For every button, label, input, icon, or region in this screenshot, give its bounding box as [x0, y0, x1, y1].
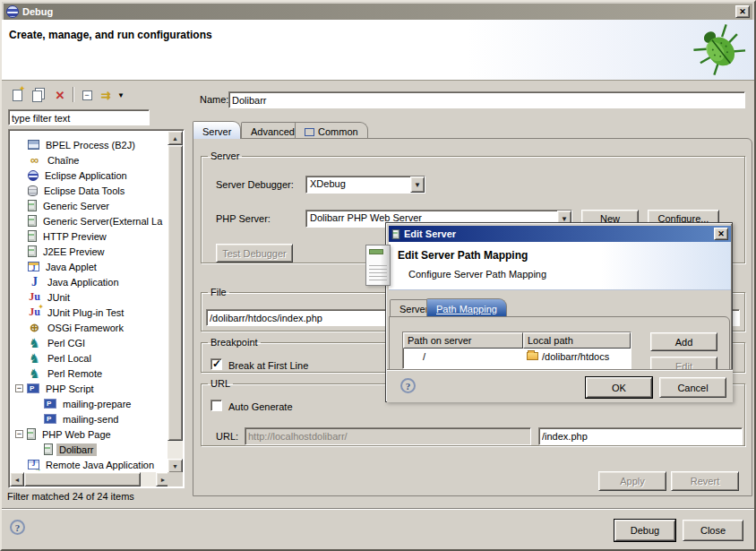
tree-item-dolibarr[interactable]: Dolibarr [10, 442, 170, 457]
tree-item-remote-java-application[interactable]: Remote Java Application [10, 457, 170, 472]
vscroll-thumb[interactable] [168, 145, 183, 441]
server-icon [392, 228, 400, 238]
add-mapping-button[interactable]: Add [650, 332, 717, 351]
collapse-all-icon[interactable]: − [78, 87, 96, 103]
debug-button[interactable]: Debug [614, 520, 675, 541]
tree-item-cha-ne[interactable]: Chaîne [10, 152, 170, 168]
eclipse-application-icon [28, 170, 39, 181]
tree-item-label: Eclipse Application [42, 169, 130, 182]
tree-item-php-script[interactable]: −PHP Script [10, 381, 170, 396]
tree-item-php-web-page[interactable]: −PHP Web Page [10, 426, 170, 442]
tree-item-label: PHP Web Page [39, 428, 114, 441]
tree-item-eclipse-data-tools[interactable]: Eclipse Data Tools [10, 183, 170, 198]
tree-expander-icon[interactable]: − [15, 384, 23, 392]
server-icon [28, 200, 37, 211]
delete-config-icon[interactable]: ✕ [51, 87, 69, 103]
tree-item-http-preview[interactable]: HTTP Preview [10, 228, 170, 244]
window-title-bar[interactable]: Debug ✕ [4, 4, 752, 20]
tree-item-perl-cgi[interactable]: Perl CGI [10, 335, 170, 350]
tree-item-j2ee-preview[interactable]: J2EE Preview [10, 244, 170, 259]
table-row[interactable]: / /dolibarr/htdocs [403, 349, 631, 364]
filter-input-text[interactable] [12, 113, 146, 124]
tree-item-perl-remote[interactable]: Perl Remote [10, 366, 170, 381]
help-icon[interactable]: ? [10, 520, 25, 535]
close-button[interactable]: Close [683, 520, 743, 541]
tree-vscrollbar[interactable]: ▲ ▼ [168, 131, 183, 473]
server-icon [28, 230, 37, 242]
window-close-button[interactable]: ✕ [735, 5, 750, 18]
hscroll-thumb[interactable] [24, 472, 141, 486]
tree-item-label: Dolibarr [56, 443, 97, 456]
name-label: Name: [200, 94, 228, 105]
perl-icon [28, 367, 41, 380]
name-input[interactable] [228, 91, 745, 108]
url-label: URL: [216, 431, 238, 442]
tree-item-osgi-framework[interactable]: OSGi Framework [10, 320, 170, 335]
new-config-icon[interactable] [8, 87, 26, 103]
tree-item-generic-server-external-la[interactable]: Generic Server(External La [10, 213, 170, 228]
window-title: Debug [22, 6, 53, 17]
url-path-input-text[interactable] [542, 431, 739, 442]
auto-generate-checkbox[interactable] [210, 400, 222, 411]
tree-item-perl-local[interactable]: Perl Local [10, 350, 170, 366]
tab-common[interactable]: Common [295, 122, 368, 139]
edit-server-title: Edit Server [404, 228, 456, 239]
test-debugger-button[interactable]: Test Debugger [216, 244, 293, 263]
duplicate-config-icon[interactable] [30, 87, 47, 103]
scroll-down-button[interactable]: ▼ [168, 459, 183, 473]
table-icon [305, 128, 314, 136]
perl-icon [28, 337, 41, 349]
edit-server-close-button[interactable]: ✕ [714, 228, 728, 240]
filter-status-text: Filter matched 24 of 24 items [7, 491, 134, 502]
tree-expander-icon[interactable]: − [15, 430, 23, 438]
tree-item-junit-plug-in-test[interactable]: JuJUnit Plug-in Test [10, 305, 170, 320]
folder-icon [527, 352, 538, 360]
server-debugger-combo[interactable]: XDebug ▼ [305, 176, 425, 194]
url-path-input[interactable] [538, 427, 743, 445]
tree-item-label: mailing-prepare [60, 398, 133, 410]
server-icon [28, 215, 37, 227]
scroll-left-button[interactable]: ◄ [10, 472, 24, 486]
column-header-path-on-server: Path on server [403, 332, 523, 349]
php-script-icon [44, 414, 56, 424]
banner-title: Create, manage, and run configurations [9, 29, 212, 41]
edit-server-title-bar[interactable]: Edit Server ✕ [389, 226, 731, 242]
apply-button[interactable]: Apply [598, 471, 666, 491]
server-group-legend: Server [208, 151, 242, 161]
tree-item-eclipse-application[interactable]: Eclipse Application [10, 168, 170, 183]
server-icon [28, 245, 37, 257]
dropdown-arrow-icon[interactable]: ▼ [116, 87, 126, 103]
edit-server-banner: Edit Server Path Mapping Configure Serve… [389, 242, 731, 290]
tree-item-label: Remote Java Application [43, 459, 157, 471]
tree-item-junit[interactable]: JuJUnit [10, 289, 170, 305]
tree-item-label: JUnit [45, 291, 73, 304]
tree-hscrollbar[interactable]: ◄ ► [10, 472, 170, 486]
filter-launch-icon[interactable]: ⇉ [97, 87, 115, 103]
scroll-up-button[interactable]: ▲ [168, 131, 183, 145]
ok-button[interactable]: OK [586, 377, 652, 398]
toolbar-separator [73, 87, 74, 102]
filter-input[interactable] [8, 109, 150, 125]
tree-item-java-application[interactable]: Java Application [10, 274, 170, 289]
dialog-banner: Create, manage, and run configurations [2, 20, 754, 81]
tree-item-label: Java Applet [43, 261, 99, 273]
tree-item-bpel-process-b2j[interactable]: BPEL Process (B2J) [10, 137, 170, 152]
tree-item-mailing-prepare[interactable]: mailing-prepare [10, 396, 170, 411]
tree-item-java-applet[interactable]: Java Applet [10, 259, 170, 274]
dialog-tab-path-mapping[interactable]: Path Mapping [426, 298, 507, 316]
tree-item-generic-server[interactable]: Generic Server [10, 198, 170, 213]
php-script-icon [44, 399, 56, 409]
dialog-help-icon[interactable]: ? [400, 378, 416, 393]
tree-item-label: JUnit Plug-in Test [45, 306, 126, 319]
junit-plugin-icon: Ju [28, 306, 41, 319]
name-input-text[interactable] [232, 95, 742, 106]
server-icon [44, 443, 53, 455]
tab-server[interactable]: Server [193, 121, 241, 139]
revert-button[interactable]: Revert [671, 471, 739, 491]
tree-item-label: HTTP Preview [40, 230, 109, 243]
launch-type-tree: BPEL Process (B2J)ChaîneEclipse Applicat… [8, 129, 185, 488]
cancel-button[interactable]: Cancel [659, 377, 726, 398]
break-first-line-checkbox[interactable] [210, 358, 222, 370]
combo-arrow-icon[interactable]: ▼ [410, 176, 425, 193]
tree-item-mailing-send[interactable]: mailing-send [10, 411, 170, 426]
